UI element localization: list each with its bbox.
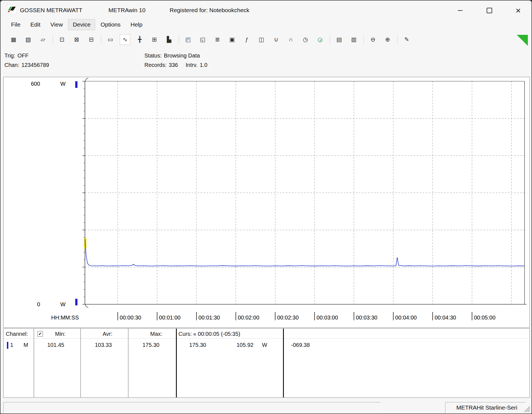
numeric-display-icon[interactable]: ▭ (105, 34, 116, 45)
zoom-out-icon[interactable]: ⊖ (368, 34, 378, 45)
menu-edit[interactable]: Edit (26, 19, 45, 30)
print-icon[interactable]: ▥ (349, 34, 359, 45)
x-tick-label: 00:02:00 (238, 315, 259, 321)
cursor-right-value: 105.92 (237, 342, 253, 348)
trend-chart-icon[interactable]: ∿ (120, 34, 130, 45)
minimize-icon (458, 10, 463, 11)
table-view-icon[interactable]: ⊞ (149, 34, 160, 45)
menu-help[interactable]: Help (126, 19, 147, 30)
open-icon[interactable]: ▱ (38, 34, 48, 45)
menu-options[interactable]: Options (96, 19, 125, 30)
channel-list-icon[interactable]: ≣ (212, 34, 223, 45)
channel-color-marker (7, 342, 8, 349)
app-icon[interactable] (7, 4, 17, 14)
x-tick-label: 00:04:00 (395, 315, 417, 321)
expand-graph-button[interactable] (517, 35, 528, 46)
save-icon[interactable]: ▦ (8, 34, 19, 45)
intrv-value: 1.0 (200, 62, 207, 68)
toolbar-separator (330, 35, 330, 44)
table-header-divider (4, 338, 530, 339)
save-as-icon[interactable]: ▧ (23, 34, 33, 45)
cursor-unit: W (262, 342, 267, 348)
app-window: GOSSEN METRAWATT METRAwin 10 Registered … (0, 0, 532, 414)
max-value: 175.30 (142, 342, 159, 348)
trig-label: Trig: (4, 53, 15, 59)
crosshair-icon[interactable]: ╋ (134, 34, 145, 45)
trig-value: OFF (17, 53, 28, 59)
zoom-in-icon[interactable]: ⊕ (382, 34, 393, 45)
min-curve-icon[interactable]: ∪ (271, 34, 281, 45)
alarm-clock-icon[interactable]: ◶ (315, 34, 325, 45)
max-curve-icon[interactable]: ∩ (286, 34, 296, 45)
channel-visible-checkbox[interactable]: ✔ (37, 331, 43, 337)
browse-status: Status:Browsing Data (144, 53, 200, 59)
maximize-button[interactable] (481, 5, 497, 16)
toolbar-separator (179, 35, 179, 44)
chan-value: 123456789 (21, 62, 49, 68)
formula-icon[interactable]: ƒ (242, 34, 252, 45)
delta-value: -069.38 (291, 342, 310, 348)
menu-device[interactable]: Device (68, 19, 95, 30)
column-divider-thick (283, 329, 284, 397)
time-axis-label: HH:MM:SS (51, 315, 79, 321)
min-value: 101.45 (47, 342, 64, 348)
menu-view[interactable]: View (46, 19, 67, 30)
channel-table: Channel: ✔ Min: Avr: Max: Curs: « 00:00:… (3, 328, 530, 398)
status-value: Browsing Data (164, 53, 200, 59)
avr-value: 103.33 (95, 342, 112, 348)
channel-mode: M (24, 342, 28, 348)
toolbar-separator (101, 35, 101, 44)
close-button[interactable]: × (510, 5, 526, 16)
tooltip-icon[interactable]: ✎ (401, 34, 412, 45)
clear-memory-icon[interactable]: ⊠ (71, 34, 82, 45)
connected-device-name: METRAHit Starline-Seri (456, 404, 517, 411)
avr-header: Avr: (103, 331, 112, 337)
x-tick-label: 00:03:00 (316, 315, 338, 321)
time-sync-icon[interactable]: ◷ (300, 34, 311, 45)
histogram-icon[interactable]: ▙ (164, 34, 174, 45)
single-window-icon[interactable]: ◰ (183, 34, 193, 45)
y-min-label: 0 (37, 301, 40, 307)
records-status: Records:336 Intrv.1.0 (144, 62, 207, 68)
cursor-hook-bottom[interactable] (85, 304, 88, 308)
toolbar-separator (364, 35, 364, 44)
x-tick-label: 00:05:00 (474, 315, 495, 321)
toolbar-separator (53, 35, 53, 44)
checkmark-icon: ✔ (38, 331, 42, 336)
registration-text: Registered for: Notebookcheck (170, 7, 249, 14)
x-tick-label: 00:02:30 (277, 315, 299, 321)
monitor-icon[interactable]: ▣ (227, 34, 237, 45)
max-header: Max: (150, 331, 162, 337)
y-unit-label: W (60, 301, 66, 307)
cursor-left-value: 175.30 (189, 342, 206, 348)
app-title: METRAwin 10 (108, 7, 146, 14)
y-unit-label: W (60, 81, 66, 87)
min-header: Min: (55, 331, 66, 337)
chan-label: Chan: (4, 62, 19, 68)
statusbar-message-panel (3, 402, 381, 413)
brand-title: GOSSEN METRAWATT (20, 7, 82, 14)
records-value: 336 (169, 62, 178, 68)
trend-chart-area[interactable]: 00:00:3000:01:0000:01:3000:02:0000:02:30… (3, 77, 530, 328)
read-memory-icon[interactable]: ⊡ (57, 34, 67, 45)
x-tick-label: 00:01:30 (198, 315, 220, 321)
tile-window-icon[interactable]: ◱ (198, 34, 208, 45)
channel-status: Chan:123456789 (4, 62, 49, 68)
channel-header: Channel: (6, 331, 28, 337)
maximize-icon (487, 8, 492, 13)
menu-bar: FileEditViewDeviceOptionsHelp (1, 18, 531, 32)
toolbar: ▦▧▱⊡⊠⊟▭∿╋⊞▙◰◱≣▣ƒ◫∪∩◷◶▤▥⊖⊕✎ (1, 32, 531, 48)
x-tick-label: 00:00:30 (120, 315, 141, 321)
status-label: Status: (144, 53, 162, 59)
menu-file[interactable]: File (7, 19, 25, 30)
power-trend-line (85, 239, 525, 266)
minimize-button[interactable] (452, 5, 468, 16)
device-screen-icon[interactable]: ◫ (256, 34, 267, 45)
channel-number: 1 (10, 342, 13, 348)
channel-range-marker-bottom (75, 299, 77, 305)
print-preview-icon[interactable]: ▤ (334, 34, 344, 45)
cursor-hook-top[interactable] (85, 78, 88, 82)
export-memory-icon[interactable]: ⊟ (86, 34, 97, 45)
trend-chart-svg: 00:00:3000:01:0000:01:3000:02:0000:02:30… (4, 77, 530, 327)
column-divider-thick (176, 329, 177, 397)
